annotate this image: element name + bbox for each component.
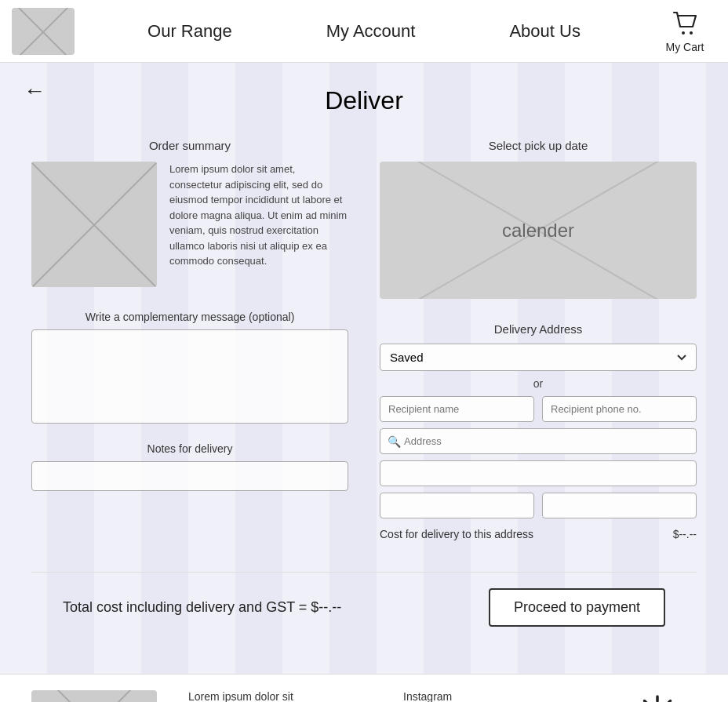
order-summary-label: Order summary [31,139,348,152]
saved-address-select[interactable]: Saved [380,344,697,371]
delivery-cost-label: Cost for delivery to this address [380,528,533,540]
delivery-cost-row: Cost for delivery to this address $--.-- [380,528,697,540]
page-title: Deliver [31,86,697,115]
address-search-row: 🔍 [380,428,697,454]
delivery-cost-value: $--.-- [673,528,697,540]
gear-icon [634,690,681,702]
notes-input[interactable] [31,461,348,491]
nav-my-account[interactable]: My Account [279,0,463,63]
cart-button[interactable]: My Cart [642,9,728,53]
calendar-text: calender [502,220,574,242]
svg-point-1 [690,31,693,35]
footer: Lorem ipsum dolor sit Lorem ipsum dolor … [0,674,728,702]
footer-links: Lorem ipsum dolor sit Lorem ipsum dolor … [188,690,372,702]
nav-about-us[interactable]: About Us [462,0,628,63]
recipient-phone-input[interactable] [542,396,697,422]
order-description: Lorem ipsum dolor sit amet, consectetur … [169,162,348,287]
complementary-textarea[interactable] [31,329,348,424]
footer-link-0[interactable]: Lorem ipsum dolor sit [188,690,372,702]
delivery-address-label: Delivery Address [380,322,697,336]
notes-label: Notes for delivery [31,442,348,455]
content-grid: Order summary Lorem ipsum dolor sit amet… [31,139,697,548]
logo[interactable] [0,0,86,63]
postcode-input[interactable] [542,493,697,518]
footer-settings[interactable]: Settings [618,690,697,702]
svg-point-0 [682,31,685,35]
address-row3 [380,493,697,518]
bottom-bar: Total cost including delivery and GST = … [31,572,697,642]
calendar-placeholder[interactable]: calender [380,162,697,299]
recipient-row [380,396,697,422]
footer-instagram-link[interactable]: Instagram [403,690,587,702]
address-search-input[interactable] [380,428,697,454]
total-cost-text: Total cost including delivery and GST = … [63,599,341,616]
recipient-name-input[interactable] [380,396,534,422]
footer-social: Instagram Facebook Twitter [403,690,587,702]
footer-logo [31,690,157,702]
pickup-label: Select pick up date [380,139,697,152]
back-button[interactable]: ← [24,78,46,104]
left-column: Order summary Lorem ipsum dolor sit amet… [31,139,348,548]
main-nav: Our Range My Account About Us [86,0,642,63]
nav-our-range[interactable]: Our Range [100,0,279,63]
header: Our Range My Account About Us My Cart [0,0,728,63]
address-line2-input[interactable] [380,460,697,486]
cart-label: My Cart [666,41,704,53]
order-summary-row: Lorem ipsum dolor sit amet, consectetur … [31,162,348,287]
proceed-to-payment-button[interactable]: Proceed to payment [489,588,665,627]
complementary-label: Write a complementary message (optional) [31,311,348,323]
main-content: ← Deliver Order summary Lorem ipsum dolo… [0,63,728,674]
or-divider: or [380,377,697,390]
search-icon: 🔍 [388,435,401,448]
product-image [31,162,157,287]
cart-icon [671,9,699,38]
city-input[interactable] [380,493,534,518]
right-column: Select pick up date calender Delivery Ad… [380,139,697,548]
